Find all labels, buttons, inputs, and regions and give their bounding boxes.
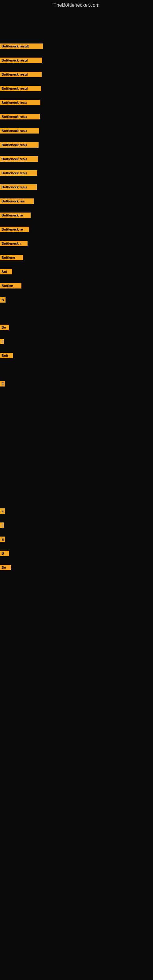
bar-label: Bottleneck resu (0, 114, 40, 119)
bar-label: | (0, 522, 4, 528)
bar-item: Bottleneck resul (0, 72, 41, 77)
bar-item: Bottlene (0, 255, 23, 260)
bar-label: Bottleneck resu (0, 156, 38, 162)
bar-item: Bottleneck re (0, 227, 29, 232)
bar-label: Bottlen (0, 283, 21, 288)
bar-label: Bottleneck resu (0, 142, 38, 148)
bar-label: B (0, 297, 5, 302)
bar-item: Bottleneck resu (0, 142, 38, 148)
bar-item: Bottleneck resu (0, 185, 37, 190)
bar-label: Bo (0, 325, 9, 330)
bar-label: Bottleneck result (0, 43, 43, 49)
bar-label: Bot (0, 269, 12, 274)
bar-item: Bottleneck resul (0, 86, 41, 91)
bar-item: Bo (0, 565, 11, 570)
bar-label: Bottleneck re (0, 213, 30, 218)
bar-item: Bottleneck resu (0, 114, 40, 119)
bar-item: Bot (0, 269, 12, 274)
bar-label: Bottleneck resul (0, 57, 42, 63)
bar-item: E (0, 536, 5, 542)
bar-item: E (0, 381, 5, 387)
bar-item: B (0, 297, 5, 302)
bar-label: Bottlene (0, 255, 23, 260)
bar-label: Bottleneck resu (0, 170, 37, 176)
bar-label: Bottleneck resu (0, 185, 37, 190)
bar-label: E (0, 508, 5, 514)
bar-item: E (0, 508, 5, 514)
bar-label: B (0, 550, 9, 556)
bar-item: Bottleneck r (0, 241, 27, 246)
bar-label: | (0, 339, 4, 344)
bar-item: B (0, 550, 9, 556)
bar-item: Bott (0, 353, 13, 358)
bar-label: E (0, 536, 5, 542)
bar-label: Bo (0, 565, 11, 570)
bar-label: Bottleneck resu (0, 128, 39, 134)
bar-item: Bottleneck resu (0, 100, 40, 105)
bar-item: Bottleneck resu (0, 128, 39, 134)
bar-label: Bottleneck resul (0, 72, 41, 77)
bar-label: Bottleneck resu (0, 100, 40, 105)
site-title: TheBottlenecker.com (0, 0, 153, 9)
bar-item: Bottleneck re (0, 213, 30, 218)
bar-item: Bo (0, 325, 9, 330)
bar-label: Bottleneck resul (0, 86, 41, 91)
bar-item: Bottleneck resu (0, 170, 37, 176)
bar-item: Bottleneck resul (0, 57, 42, 63)
bar-item: Bottlen (0, 283, 21, 288)
bar-label: E (0, 381, 5, 387)
bar-label: Bottleneck re (0, 227, 29, 232)
bar-label: Bottleneck r (0, 241, 27, 246)
bar-item: Bottleneck res (0, 199, 33, 204)
bar-label: Bott (0, 353, 13, 358)
bar-item: Bottleneck result (0, 43, 43, 49)
bar-label: Bottleneck res (0, 199, 33, 204)
bar-item: | (0, 522, 4, 528)
bar-item: Bottleneck resu (0, 156, 38, 162)
bar-item: | (0, 339, 4, 344)
